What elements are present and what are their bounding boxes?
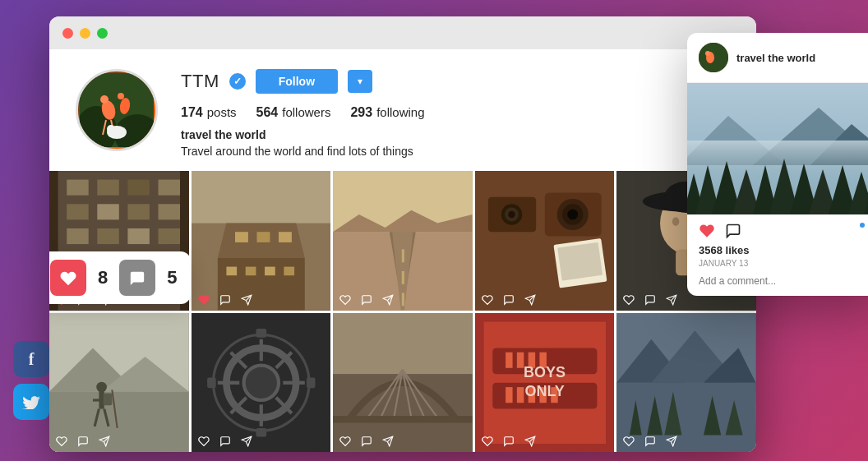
share-action-8[interactable] bbox=[382, 436, 394, 447]
svg-rect-54 bbox=[402, 249, 404, 262]
like-action-5[interactable] bbox=[623, 294, 635, 306]
photo-overlay-2 bbox=[192, 289, 331, 311]
svg-rect-15 bbox=[127, 180, 149, 196]
follow-button[interactable]: Follow bbox=[256, 69, 338, 94]
photo-cell-4[interactable] bbox=[475, 171, 615, 311]
comment-action-7[interactable] bbox=[219, 436, 231, 447]
like-action-8[interactable] bbox=[339, 436, 351, 447]
profile-name-row: TTM ✓ Follow ▾ bbox=[181, 69, 730, 94]
minimize-button[interactable] bbox=[80, 28, 90, 39]
post-card-header: travel the world bbox=[687, 33, 868, 83]
svg-rect-19 bbox=[127, 204, 149, 219]
share-action-6[interactable] bbox=[99, 436, 110, 447]
post-comment-icon[interactable] bbox=[725, 223, 741, 239]
comment-action-6[interactable] bbox=[77, 436, 89, 447]
comment-notification-icon bbox=[119, 260, 155, 296]
comment-action-3[interactable] bbox=[361, 294, 372, 306]
comment-action-2[interactable] bbox=[219, 294, 231, 306]
photo-grid: BOYS ONLY bbox=[49, 171, 756, 452]
photo-overlay-10 bbox=[616, 431, 756, 452]
photo-cell-6[interactable] bbox=[49, 313, 189, 452]
comment-action-5[interactable] bbox=[644, 294, 656, 306]
svg-point-63 bbox=[508, 211, 515, 218]
svg-rect-45 bbox=[284, 267, 294, 276]
photo-overlay-7 bbox=[192, 431, 331, 452]
photo-overlay-6 bbox=[49, 431, 189, 452]
post-date: JANUARY 13 bbox=[699, 259, 868, 268]
post-like-icon[interactable] bbox=[699, 223, 715, 239]
dropdown-button[interactable]: ▾ bbox=[348, 70, 372, 93]
bio-text: Travel around the world and find lots of… bbox=[181, 145, 730, 158]
comment-action-10[interactable] bbox=[644, 436, 656, 447]
share-action-2[interactable] bbox=[241, 294, 252, 306]
followers-count: 564 bbox=[256, 105, 279, 120]
comment-action-9[interactable] bbox=[503, 436, 515, 447]
like-action-4[interactable] bbox=[482, 294, 493, 306]
svg-rect-55 bbox=[402, 271, 404, 284]
like-action-3[interactable] bbox=[339, 294, 351, 306]
avatar-container bbox=[76, 69, 158, 151]
close-button[interactable] bbox=[62, 28, 73, 39]
posts-count: 174 bbox=[181, 105, 203, 120]
social-sidebar: f bbox=[13, 341, 49, 420]
followers-label: followers bbox=[282, 105, 330, 119]
post-card-image bbox=[687, 83, 868, 214]
svg-rect-17 bbox=[67, 204, 88, 219]
comment-action-4[interactable] bbox=[503, 294, 515, 306]
facebook-icon[interactable]: f bbox=[13, 341, 49, 377]
svg-point-77 bbox=[672, 217, 679, 226]
svg-rect-14 bbox=[97, 180, 118, 196]
svg-point-87 bbox=[96, 381, 107, 392]
svg-rect-160 bbox=[687, 141, 868, 173]
photo-overlay-4 bbox=[475, 289, 615, 311]
photo-cell-2[interactable] bbox=[192, 171, 331, 311]
comment-action-8[interactable] bbox=[361, 436, 372, 447]
like-action-6[interactable] bbox=[56, 436, 67, 447]
maximize-button[interactable] bbox=[97, 28, 108, 39]
svg-point-5 bbox=[100, 95, 108, 104]
stats-row: 174 posts 564 followers 293 following bbox=[181, 105, 730, 120]
post-card-actions bbox=[699, 223, 868, 239]
photo-cell-9[interactable]: BOYS ONLY bbox=[475, 313, 615, 452]
svg-rect-43 bbox=[245, 267, 256, 276]
svg-rect-115 bbox=[333, 313, 473, 374]
notification-popup: 8 5 bbox=[49, 251, 191, 304]
photo-cell-3[interactable] bbox=[333, 171, 473, 311]
share-action-3[interactable] bbox=[382, 294, 394, 306]
photo-cell-10[interactable] bbox=[616, 313, 756, 452]
post-likes: 3568 likes bbox=[699, 244, 868, 256]
like-action-7[interactable] bbox=[198, 436, 210, 447]
photo-cell-8[interactable] bbox=[333, 313, 473, 452]
avatar bbox=[76, 69, 158, 151]
svg-rect-40 bbox=[256, 232, 270, 242]
dot-indicators bbox=[860, 223, 868, 239]
photo-cell-7[interactable] bbox=[192, 313, 331, 452]
post-comment-input[interactable] bbox=[699, 275, 868, 287]
twitter-bird-icon bbox=[22, 394, 40, 409]
twitter-icon[interactable] bbox=[13, 384, 49, 420]
svg-rect-123 bbox=[333, 416, 473, 422]
svg-rect-21 bbox=[67, 228, 88, 244]
like-action-10[interactable] bbox=[623, 436, 635, 447]
share-action-10[interactable] bbox=[666, 436, 677, 447]
svg-point-99 bbox=[243, 365, 278, 399]
profile-username: TTM bbox=[181, 71, 219, 92]
svg-point-67 bbox=[567, 210, 578, 220]
svg-rect-39 bbox=[235, 232, 248, 242]
svg-rect-18 bbox=[97, 204, 118, 219]
like-action-2[interactable] bbox=[198, 294, 210, 306]
share-action-5[interactable] bbox=[666, 294, 677, 306]
share-action-4[interactable] bbox=[524, 294, 536, 306]
dot-1 bbox=[860, 223, 865, 228]
svg-rect-42 bbox=[226, 267, 237, 276]
share-action-9[interactable] bbox=[524, 436, 536, 447]
post-card: travel the world bbox=[687, 33, 868, 296]
heart-count: 8 bbox=[98, 267, 108, 288]
share-action-7[interactable] bbox=[241, 436, 252, 447]
svg-rect-44 bbox=[265, 267, 275, 276]
svg-rect-36 bbox=[192, 171, 331, 224]
svg-rect-41 bbox=[279, 232, 292, 242]
like-action-9[interactable] bbox=[482, 436, 493, 447]
photo-overlay-3 bbox=[333, 289, 473, 311]
avatar-image bbox=[80, 73, 154, 147]
